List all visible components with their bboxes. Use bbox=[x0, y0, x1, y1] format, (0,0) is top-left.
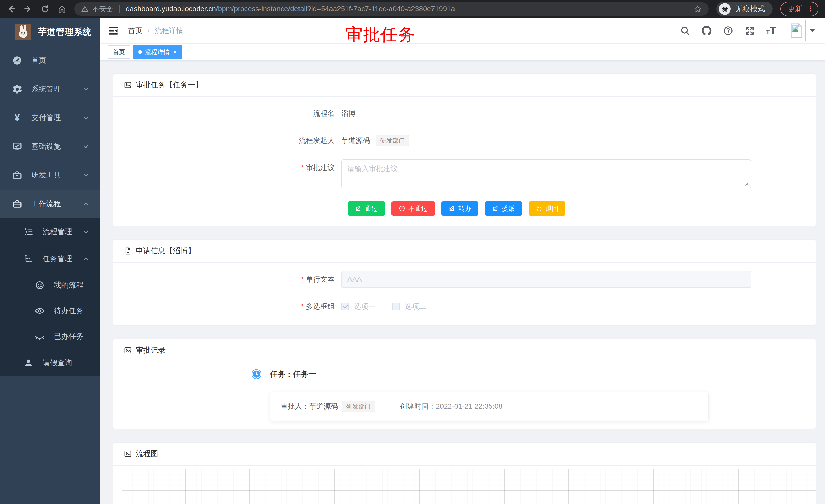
checkbox-label: 选项一 bbox=[354, 302, 376, 312]
checkbox-unchecked-icon bbox=[392, 303, 400, 310]
dept-tag: 研发部门 bbox=[342, 401, 375, 412]
approve-button[interactable]: 通过 bbox=[348, 201, 385, 216]
sidebar-item-done-tasks[interactable]: 已办任务 bbox=[0, 324, 100, 349]
app-title: 芋道管理系统 bbox=[38, 26, 92, 38]
sidebar: 芋道管理系统 首页 系统管理 ¥ 支付管理 bbox=[0, 18, 100, 504]
sidebar-item-system[interactable]: 系统管理 bbox=[0, 75, 100, 103]
sidebar-item-label: 任务管理 bbox=[43, 254, 74, 264]
app-logo[interactable]: 芋道管理系统 bbox=[0, 18, 100, 46]
sidebar-item-infra[interactable]: 基础设施 bbox=[0, 132, 100, 161]
back-icon[interactable] bbox=[7, 4, 16, 14]
user-avatar-menu[interactable] bbox=[788, 20, 815, 41]
sidebar-item-label: 基础设施 bbox=[31, 141, 74, 152]
eye-icon bbox=[34, 306, 45, 316]
field-label: 多选框组 bbox=[113, 298, 341, 315]
approval-record-card: 审批记录 任务：任务一 审批人： 芋道源码 研发部门 创建时间： bbox=[113, 339, 816, 429]
breadcrumb: 首页 / 流程详情 bbox=[128, 26, 183, 35]
navbar-actions: TT bbox=[680, 20, 815, 41]
active-tab-dot bbox=[138, 50, 142, 54]
github-icon[interactable] bbox=[701, 26, 712, 36]
sidebar-item-workflow[interactable]: 工作流程 bbox=[0, 189, 100, 218]
bookmark-star-icon[interactable] bbox=[693, 5, 702, 13]
created-time: 2022-01-21 22:35:08 bbox=[436, 402, 503, 411]
form-row-process-name: 流程名 滔博 bbox=[113, 105, 816, 122]
dashboard-icon bbox=[12, 55, 22, 66]
card-title: 申请信息【滔博】 bbox=[136, 246, 195, 256]
yen-icon: ¥ bbox=[12, 112, 22, 123]
sidebar-item-leave-query[interactable]: 请假查询 bbox=[0, 349, 100, 376]
return-button[interactable]: 退回 bbox=[529, 201, 566, 216]
sidebar-item-label: 支付管理 bbox=[31, 113, 74, 123]
sidebar-item-label: 系统管理 bbox=[31, 84, 74, 94]
card-header: 流程图 bbox=[113, 442, 816, 466]
address-divider bbox=[119, 5, 120, 13]
home-icon[interactable] bbox=[57, 4, 67, 14]
sidebar-item-process-mgmt[interactable]: 流程管理 bbox=[0, 218, 100, 245]
record-timeline: 任务：任务一 审批人： 芋道源码 研发部门 创建时间： 2022-01-21 2… bbox=[113, 362, 816, 429]
reload-icon[interactable] bbox=[41, 4, 50, 14]
browser-menu-icon[interactable] bbox=[808, 6, 814, 12]
sidebar-item-label: 我的流程 bbox=[54, 280, 89, 290]
sidebar-item-label: 工作流程 bbox=[31, 199, 74, 209]
card-title: 流程图 bbox=[136, 449, 158, 459]
sidebar-item-task-mgmt[interactable]: 任务管理 bbox=[0, 245, 100, 272]
toolbox-icon bbox=[12, 170, 22, 180]
sidebar-item-devtools[interactable]: 研发工具 bbox=[0, 161, 100, 189]
resize-handle-icon[interactable] bbox=[744, 181, 749, 186]
tab-home[interactable]: 首页 bbox=[107, 45, 130, 59]
sidebar-item-home[interactable]: 首页 bbox=[0, 46, 100, 75]
edit-icon bbox=[492, 205, 499, 212]
list-icon bbox=[23, 226, 34, 237]
tab-process-detail[interactable]: 流程详情 × bbox=[133, 45, 182, 59]
form-row-single-text: 单行文本 bbox=[113, 271, 816, 288]
close-icon[interactable]: × bbox=[173, 49, 177, 55]
incognito-icon bbox=[719, 3, 731, 15]
edit-icon bbox=[449, 205, 455, 212]
sidebar-item-my-process[interactable]: 我的流程 bbox=[0, 272, 100, 298]
comment-box bbox=[341, 159, 751, 189]
incognito-badge[interactable]: 无痕模式 bbox=[717, 2, 773, 16]
circle-close-icon bbox=[399, 205, 405, 212]
card-title: 审批任务【任务一】 bbox=[136, 80, 203, 90]
address-bar[interactable]: 不安全 dashboard.yudao.iocoder.cn/bpm/proce… bbox=[74, 2, 709, 16]
bpmn-diagram-canvas[interactable] bbox=[122, 469, 816, 504]
breadcrumb-home[interactable]: 首页 bbox=[128, 26, 142, 35]
face-icon bbox=[34, 280, 45, 291]
workflow-submenu: 流程管理 任务管理 我的流程 bbox=[0, 218, 100, 376]
approval-actions: 通过 不通过 转办 委派 bbox=[348, 200, 816, 216]
comment-textarea[interactable] bbox=[341, 159, 751, 188]
transfer-button[interactable]: 转办 bbox=[441, 201, 478, 216]
sidebar-item-todo-tasks[interactable]: 待办任务 bbox=[0, 298, 100, 324]
sidebar-item-payment[interactable]: ¥ 支付管理 bbox=[0, 103, 100, 132]
field-label: 流程发起人 bbox=[113, 132, 341, 149]
gear-icon bbox=[12, 84, 22, 94]
help-icon[interactable] bbox=[723, 26, 733, 36]
forward-icon[interactable] bbox=[23, 4, 33, 14]
checkbox-group: 选项一 选项二 bbox=[341, 298, 426, 315]
timeline-item: 任务：任务一 审批人： 芋道源码 研发部门 创建时间： 2022-01-21 2… bbox=[254, 368, 816, 421]
process-diagram-card: 流程图 bbox=[113, 442, 816, 504]
chevron-down-icon bbox=[82, 172, 89, 178]
card-title: 审批记录 bbox=[136, 345, 165, 355]
tab-label: 流程详情 bbox=[145, 48, 170, 56]
breadcrumb-separator: / bbox=[148, 27, 150, 35]
breadcrumb-current: 流程详情 bbox=[155, 26, 183, 35]
chevron-down-icon bbox=[82, 229, 89, 235]
refresh-left-icon bbox=[536, 205, 542, 212]
eye-closed-icon bbox=[34, 331, 45, 342]
chevron-up-icon bbox=[82, 200, 89, 207]
font-size-icon[interactable]: TT bbox=[766, 24, 776, 37]
field-label: 审批建议 bbox=[113, 159, 341, 176]
fullscreen-icon[interactable] bbox=[745, 26, 755, 36]
search-icon[interactable] bbox=[680, 26, 690, 36]
tree-icon bbox=[23, 254, 34, 264]
browser-update-button[interactable]: 更新 bbox=[780, 2, 818, 16]
picture-icon bbox=[124, 81, 132, 89]
update-label: 更新 bbox=[788, 4, 803, 14]
delegate-button[interactable]: 委派 bbox=[485, 201, 522, 216]
sidebar-collapse-icon[interactable] bbox=[107, 25, 119, 36]
reject-button[interactable]: 不通过 bbox=[391, 201, 435, 216]
chevron-up-icon bbox=[82, 256, 89, 262]
briefcase-icon bbox=[12, 198, 22, 209]
checkbox-option-1: 选项一 bbox=[341, 302, 376, 312]
